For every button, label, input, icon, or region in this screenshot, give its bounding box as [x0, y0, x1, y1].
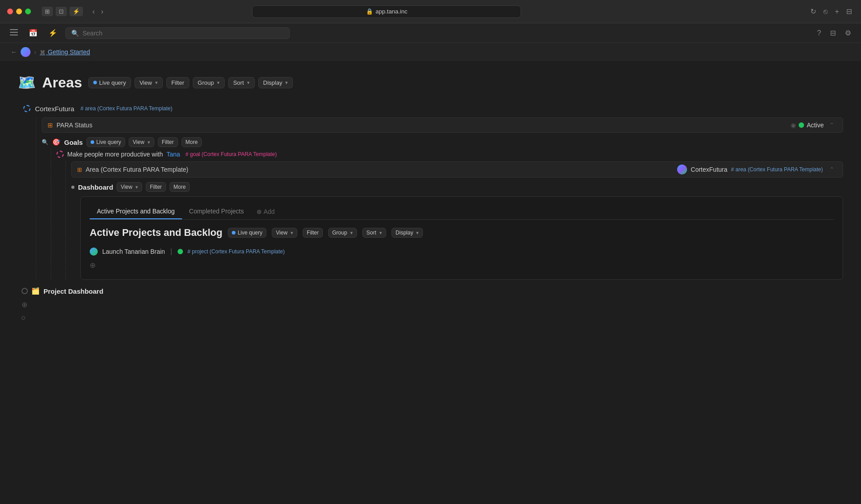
dashboard-view-pill[interactable]: View ▾ [117, 182, 142, 192]
browser-newTab-btn[interactable]: + [833, 5, 841, 17]
proj-dashboard-emoji: 🗂️ [31, 287, 40, 295]
settings-btn[interactable]: ⚙ [842, 27, 854, 39]
cortex-spin-icon [23, 105, 30, 112]
breadcrumb-bar: ← › ⌘ Getting Started [0, 43, 861, 61]
para-status-value: Active [807, 122, 824, 129]
page-title: Areas [42, 74, 82, 91]
area-left: ⊞ Area (Cortex Futura PARA Template) [77, 166, 188, 173]
svg-rect-2 [10, 35, 18, 35]
cortex-avatar [677, 165, 687, 174]
live-query-pill[interactable]: Live query [88, 77, 131, 88]
dashboard-section: Dashboard View ▾ Filter More [71, 180, 843, 280]
goals-view-chevron: ▾ [148, 139, 150, 145]
search-bar[interactable]: 🔍 [65, 27, 290, 39]
area-field-label: Area (Cortex Futura PARA Template) [86, 166, 188, 173]
dashboard-view-chevron: ▾ [135, 184, 138, 190]
sort-pill[interactable]: Sort ▾ [228, 77, 255, 88]
project-dashboard-row: 🗂️ Project Dashboard [22, 285, 843, 297]
view-pill[interactable]: View ▾ [135, 77, 163, 88]
add-item-row[interactable]: ⊕ [90, 258, 834, 272]
lightning-app-btn[interactable]: ⚡ [46, 27, 60, 39]
address-bar[interactable]: 🔒 app.tana.inc [252, 5, 521, 18]
sidebar-toggle-app-btn[interactable] [7, 27, 21, 39]
add-node-icon: ⊕ [22, 300, 27, 309]
goals-emoji: 🎯 [52, 138, 61, 146]
panel-btn[interactable]: ⊟ [827, 27, 839, 39]
separator-icon: | [170, 248, 172, 256]
section-live-dot [232, 231, 235, 235]
app-toolbar-right: ? ⊟ ⚙ [814, 27, 854, 39]
section-sort-pill[interactable]: Sort ▾ [362, 228, 386, 238]
breadcrumb-page-link[interactable]: ⌘ Getting Started [40, 48, 90, 56]
dashboard-filter-pill[interactable]: Filter [146, 182, 166, 192]
cmd-icon: ⌘ [40, 49, 45, 56]
empty-bullet [22, 316, 25, 320]
cortex-futura-node[interactable]: CortexFutura # area (Cortex Futura PARA … [22, 102, 843, 115]
sec-sort-chevron: ▾ [379, 230, 382, 236]
goals-filter-pill[interactable]: Filter [158, 137, 178, 147]
search-input[interactable] [83, 30, 284, 37]
search-goals-icon: 🔍 [42, 139, 48, 145]
tana-highlight: Tana [166, 151, 180, 158]
add-item-icon: ⊕ [90, 261, 96, 269]
goals-items: Make people more productive with Tana # … [51, 149, 843, 280]
sort-chevron-icon: ▾ [247, 80, 250, 86]
browser-toolbar-right: ↻ ⎋ + ⊟ [809, 5, 854, 17]
tree-container: CortexFutura # area (Cortex Futura PARA … [18, 102, 843, 322]
tab-completed-projects[interactable]: Completed Projects [182, 204, 251, 219]
maximize-button[interactable] [25, 9, 31, 14]
filter-pill[interactable]: Filter [166, 77, 189, 88]
launch-tag: # project (Cortex Futura PARA Template) [187, 248, 285, 255]
minimize-button[interactable] [16, 9, 22, 14]
forward-button[interactable]: › [99, 7, 105, 17]
section-view-pill[interactable]: View ▾ [272, 228, 297, 238]
section-title: Active Projects and Backlog [90, 227, 222, 239]
tab-overview-btn[interactable]: ⊡ [56, 7, 67, 16]
goals-more-pill[interactable]: More [182, 137, 202, 147]
dashboard-bullet [71, 186, 74, 189]
svg-rect-0 [10, 29, 18, 30]
browser-share-btn[interactable]: ⎋ [822, 5, 830, 17]
add-tab-btn[interactable]: ⊕ Add [251, 204, 280, 219]
goals-live-dot [91, 140, 94, 144]
browser-windows-btn[interactable]: ⊟ [844, 5, 854, 17]
goals-view-pill[interactable]: View ▾ [129, 137, 154, 147]
live-dot-icon [93, 81, 97, 84]
search-icon: 🔍 [71, 30, 79, 37]
back-button[interactable]: ‹ [90, 7, 97, 17]
lightning-btn[interactable]: ⚡ [70, 7, 83, 16]
add-node-row[interactable]: ⊕ [22, 299, 843, 311]
group-pill[interactable]: Group ▾ [193, 77, 225, 88]
browser-refresh-btn[interactable]: ↻ [809, 5, 818, 17]
section-display-pill[interactable]: Display ▾ [391, 228, 423, 238]
dashboard-inner-box: Active Projects and Backlog Completed Pr… [80, 196, 843, 280]
goal-text-before: Make people more productive with [67, 151, 163, 158]
section-group-pill[interactable]: Group ▾ [328, 228, 357, 238]
area-expand-btn[interactable]: ⌃ [826, 165, 837, 174]
section-live-query-pill[interactable]: Live query [228, 228, 266, 238]
goals-live-query-pill[interactable]: Live query [87, 137, 125, 147]
section-filter-pill[interactable]: Filter [303, 228, 323, 238]
cortex-futura-label: CortexFutura [35, 105, 74, 113]
dashboard-header-row: Dashboard View ▾ Filter More [71, 180, 843, 194]
close-button[interactable] [7, 9, 13, 14]
help-btn[interactable]: ? [814, 27, 824, 39]
active-green-dot [799, 122, 804, 128]
breadcrumb-back-btn[interactable]: ← [11, 48, 17, 56]
area-row: ⊞ Area (Cortex Futura PARA Template) Cor… [71, 161, 843, 178]
launch-status-dot [178, 249, 183, 254]
chevron-down-icon: ▾ [155, 80, 158, 86]
para-status-expand-btn[interactable]: ⌃ [826, 121, 837, 130]
tab-active-projects[interactable]: Active Projects and Backlog [90, 204, 182, 219]
url-display: app.tana.inc [376, 8, 408, 15]
display-chevron-icon: ▾ [285, 80, 288, 86]
launch-item-row: Launch Tanarian Brain | # project (Corte… [90, 245, 834, 258]
launch-text: Launch Tanarian Brain [102, 248, 165, 255]
calendar-btn[interactable]: 📅 [26, 27, 40, 39]
para-status-row: ⊞ PARA Status ◉ Active ⌃ [42, 117, 843, 133]
launch-icon [90, 248, 98, 256]
display-pill[interactable]: Display ▾ [258, 77, 293, 88]
page-header: 🗺️ Areas Live query View ▾ Filter Group … [18, 74, 843, 91]
dashboard-more-pill[interactable]: More [170, 182, 190, 192]
sidebar-toggle-btn[interactable]: ⊞ [42, 7, 53, 16]
